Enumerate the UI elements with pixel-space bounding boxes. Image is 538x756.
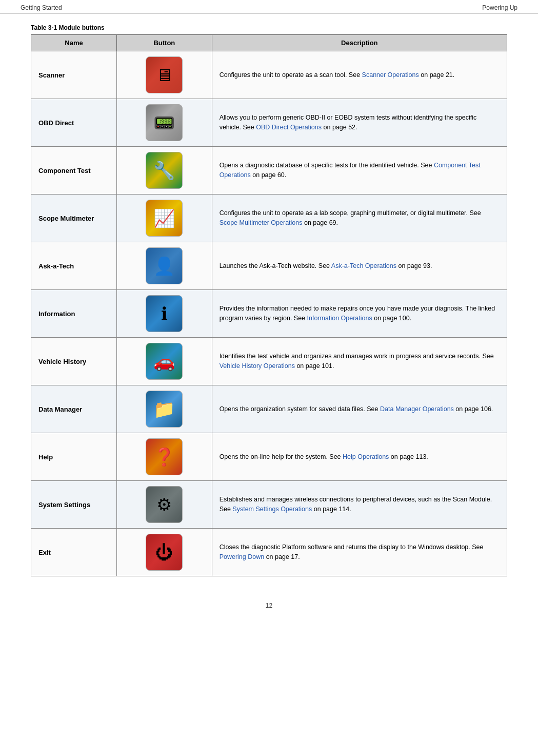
cell-name: Help bbox=[31, 433, 117, 481]
cell-description: Opens a diagnostic database of specific … bbox=[212, 147, 507, 195]
cell-name: Scanner bbox=[31, 51, 117, 99]
page-footer: 12 bbox=[0, 597, 538, 614]
cell-description: Identifies the test vehicle and organize… bbox=[212, 338, 507, 385]
icon-info: ℹ bbox=[146, 295, 183, 332]
cell-button: ⚙ bbox=[117, 481, 212, 529]
description-text: on page 69. bbox=[303, 219, 338, 226]
description-link[interactable]: Information Operations bbox=[307, 315, 372, 322]
icon-obd: 📟 bbox=[146, 104, 183, 141]
table-row: Exit⏻Closes the diagnostic Platform soft… bbox=[31, 529, 507, 576]
description-text: Configures the unit to operate as a scan… bbox=[220, 71, 362, 79]
header-left: Getting Started bbox=[21, 4, 62, 11]
description-text: Opens a diagnostic database of specific … bbox=[220, 162, 434, 169]
icon-exit: ⏻ bbox=[146, 534, 183, 571]
cell-description: Allows you to perform generic OBD-II or … bbox=[212, 99, 507, 147]
cell-description: Configures the unit to operate as a scan… bbox=[212, 51, 507, 99]
cell-button: 🔧 bbox=[117, 147, 212, 195]
cell-name: Ask-a-Tech bbox=[31, 242, 117, 290]
description-link[interactable]: Scope Multimeter Operations bbox=[220, 219, 303, 226]
cell-name: Data Manager bbox=[31, 385, 117, 433]
description-link[interactable]: Data Manager Operations bbox=[380, 405, 454, 413]
icon-datamanager: 📁 bbox=[146, 391, 183, 428]
description-link[interactable]: Powering Down bbox=[220, 553, 265, 560]
description-text: on page 21. bbox=[419, 71, 455, 79]
cell-button: 📟 bbox=[117, 99, 212, 147]
description-link[interactable]: OBD Direct Operations bbox=[256, 124, 322, 131]
description-link[interactable]: Ask-a-Tech Operations bbox=[331, 262, 396, 269]
table-row: OBD Direct📟Allows you to perform generic… bbox=[31, 99, 507, 147]
header-right: Powering Up bbox=[482, 4, 517, 11]
description-text: on page 113. bbox=[389, 453, 428, 460]
cell-name: System Settings bbox=[31, 481, 117, 529]
description-link[interactable]: Vehicle History Operations bbox=[220, 362, 295, 370]
description-text: on page 100. bbox=[372, 315, 411, 322]
table-row: Scanner🖥Configures the unit to operate a… bbox=[31, 51, 507, 99]
table-row: Data Manager📁Opens the organization syst… bbox=[31, 385, 507, 433]
table-row: System Settings⚙Establishes and manages … bbox=[31, 481, 507, 529]
description-text: on page 106. bbox=[454, 405, 493, 413]
cell-button: 🖥 bbox=[117, 51, 212, 99]
cell-button: 📈 bbox=[117, 195, 212, 242]
icon-settings: ⚙ bbox=[146, 486, 183, 523]
description-link[interactable]: Scanner Operations bbox=[362, 71, 419, 79]
description-text: on page 52. bbox=[322, 124, 357, 131]
description-text: Configures the unit to operate as a lab … bbox=[220, 209, 481, 217]
col-header-name: Name bbox=[31, 35, 117, 51]
page-number: 12 bbox=[266, 602, 272, 609]
icon-help: ❓ bbox=[146, 438, 183, 475]
cell-name: Component Test bbox=[31, 147, 117, 195]
col-header-button: Button bbox=[117, 35, 212, 51]
description-text: Identifies the test vehicle and organize… bbox=[220, 353, 494, 360]
description-text: Launches the Ask-a-Tech website. See bbox=[220, 262, 331, 269]
page-content: Table 3-1 Module buttons Name Button Des… bbox=[0, 14, 538, 592]
cell-button: ℹ bbox=[117, 290, 212, 338]
icon-component: 🔧 bbox=[146, 152, 183, 189]
cell-name: Vehicle History bbox=[31, 338, 117, 385]
description-link[interactable]: System Settings Operations bbox=[232, 506, 312, 513]
cell-description: Establishes and manages wireless connect… bbox=[212, 481, 507, 529]
cell-description: Opens the on-line help for the system. S… bbox=[212, 433, 507, 481]
description-text: on page 93. bbox=[396, 262, 432, 269]
cell-description: Opens the organization system for saved … bbox=[212, 385, 507, 433]
table-title: Table 3-1 Module buttons bbox=[31, 24, 507, 31]
cell-description: Launches the Ask-a-Tech website. See Ask… bbox=[212, 242, 507, 290]
table-row: Help❓Opens the on-line help for the syst… bbox=[31, 433, 507, 481]
module-buttons-table: Name Button Description Scanner🖥Configur… bbox=[31, 34, 507, 576]
table-row: InformationℹProvides the information nee… bbox=[31, 290, 507, 338]
icon-scanner: 🖥 bbox=[146, 56, 183, 93]
cell-name: Information bbox=[31, 290, 117, 338]
cell-description: Closes the diagnostic Platform software … bbox=[212, 529, 507, 576]
page-header: Getting Started Powering Up bbox=[0, 0, 538, 14]
cell-button: ❓ bbox=[117, 433, 212, 481]
cell-name: Exit bbox=[31, 529, 117, 576]
description-text: on page 101. bbox=[295, 362, 334, 370]
description-text: Closes the diagnostic Platform software … bbox=[220, 544, 484, 551]
description-text: on page 17. bbox=[264, 553, 300, 560]
cell-description: Provides the information needed to make … bbox=[212, 290, 507, 338]
cell-name: OBD Direct bbox=[31, 99, 117, 147]
cell-description: Configures the unit to operate as a lab … bbox=[212, 195, 507, 242]
cell-button: 🚗 bbox=[117, 338, 212, 385]
cell-name: Scope Multimeter bbox=[31, 195, 117, 242]
table-row: Component Test🔧Opens a diagnostic databa… bbox=[31, 147, 507, 195]
icon-asktech: 👤 bbox=[146, 247, 183, 284]
description-text: on page 114. bbox=[312, 506, 351, 513]
cell-button: 📁 bbox=[117, 385, 212, 433]
description-link[interactable]: Help Operations bbox=[343, 453, 389, 460]
table-row: Scope Multimeter📈Configures the unit to … bbox=[31, 195, 507, 242]
table-row: Vehicle History🚗Identifies the test vehi… bbox=[31, 338, 507, 385]
description-text: on page 60. bbox=[251, 171, 287, 179]
icon-vehicle: 🚗 bbox=[146, 343, 183, 380]
description-text: Opens the organization system for saved … bbox=[220, 405, 380, 413]
cell-button: 👤 bbox=[117, 242, 212, 290]
description-text: Opens the on-line help for the system. S… bbox=[220, 453, 343, 460]
cell-button: ⏻ bbox=[117, 529, 212, 576]
icon-scope: 📈 bbox=[146, 200, 183, 237]
col-header-description: Description bbox=[212, 35, 507, 51]
table-header-row: Name Button Description bbox=[31, 35, 507, 51]
table-row: Ask-a-Tech👤Launches the Ask-a-Tech websi… bbox=[31, 242, 507, 290]
